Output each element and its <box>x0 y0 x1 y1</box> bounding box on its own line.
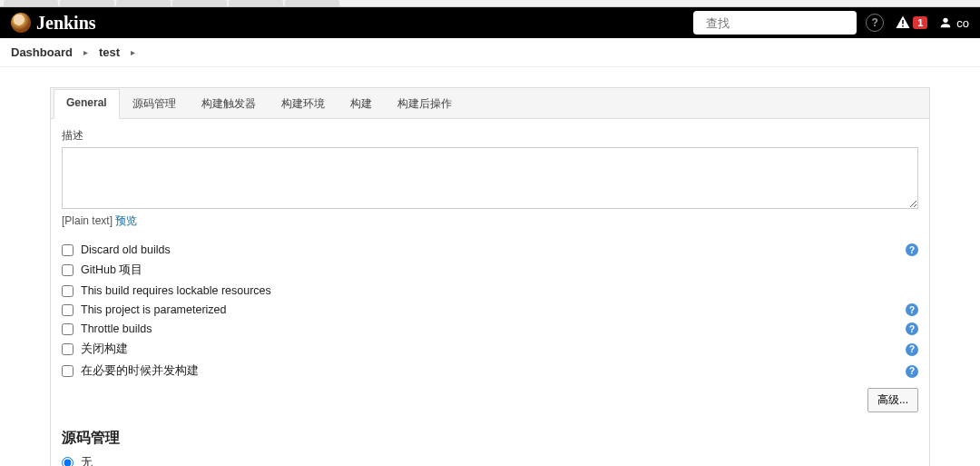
option-label[interactable]: GitHub 项目 <box>81 263 918 278</box>
option-label[interactable]: Discard old builds <box>81 243 906 256</box>
search-input[interactable] <box>706 16 858 30</box>
option-row: 无 <box>62 453 918 466</box>
user-icon <box>938 15 953 30</box>
description-textarea[interactable] <box>62 147 918 209</box>
tab-scm[interactable]: 源码管理 <box>120 89 189 119</box>
option-label[interactable]: 无 <box>81 455 918 466</box>
browser-tab-strip <box>0 0 980 7</box>
config-tabs: General 源码管理 构建触发器 构建环境 构建 构建后操作 <box>51 88 929 119</box>
option-checkbox[interactable] <box>62 323 74 335</box>
help-icon[interactable]: ? <box>866 14 884 32</box>
help-icon[interactable]: ? <box>906 303 918 316</box>
chevron-right-icon: ▸ <box>131 47 135 57</box>
svg-rect-3 <box>902 25 904 27</box>
tab-env[interactable]: 构建环境 <box>269 89 338 119</box>
search-box[interactable] <box>693 11 857 35</box>
option-row: 在必要的时候并发构建? <box>62 362 918 381</box>
option-label[interactable]: 关闭构建 <box>81 342 906 357</box>
jenkins-logo[interactable]: Jenkins <box>11 13 96 34</box>
breadcrumb-dashboard[interactable]: Dashboard <box>11 45 73 59</box>
tab-build[interactable]: 构建 <box>338 89 385 119</box>
option-label[interactable]: 在必要的时候并发构建 <box>81 363 906 379</box>
breadcrumb: Dashboard ▸ test ▸ <box>0 38 980 67</box>
tab-post[interactable]: 构建后操作 <box>385 89 465 119</box>
option-label[interactable]: Throttle builds <box>81 322 906 335</box>
option-label[interactable]: This build requires lockable resources <box>81 284 918 297</box>
advanced-button[interactable]: 高级... <box>867 388 918 412</box>
option-row: GitHub 项目 <box>62 261 918 280</box>
help-icon[interactable]: ? <box>906 243 918 256</box>
chevron-right-icon: ▸ <box>83 47 88 57</box>
user-menu[interactable]: co <box>938 15 969 30</box>
help-icon[interactable]: ? <box>906 365 918 378</box>
format-prefix: [Plain text] <box>62 214 115 227</box>
config-panel: General 源码管理 构建触发器 构建环境 构建 构建后操作 描述 [Pla… <box>50 87 930 466</box>
tab-triggers[interactable]: 构建触发器 <box>189 89 269 119</box>
option-checkbox[interactable] <box>62 343 74 355</box>
jenkins-logo-text: Jenkins <box>36 13 96 34</box>
help-icon[interactable]: ? <box>906 322 918 335</box>
scm-section-title: 源码管理 <box>62 429 918 448</box>
option-radio[interactable] <box>62 457 74 466</box>
breadcrumb-test[interactable]: test <box>99 45 120 59</box>
format-line: [Plain text] 预览 <box>62 213 918 229</box>
option-row: 关闭构建? <box>62 340 918 359</box>
help-icon[interactable]: ? <box>906 343 918 356</box>
main-content: General 源码管理 构建触发器 构建环境 构建 构建后操作 描述 [Pla… <box>0 87 980 466</box>
option-checkbox[interactable] <box>62 244 74 256</box>
alert-icon[interactable] <box>895 15 911 31</box>
option-checkbox[interactable] <box>62 285 74 297</box>
top-nav: Jenkins ? 1 co <box>0 7 980 38</box>
option-checkbox[interactable] <box>62 365 74 377</box>
option-checkbox[interactable] <box>62 304 74 316</box>
svg-point-4 <box>944 18 948 23</box>
tab-general[interactable]: General <box>54 89 120 119</box>
option-row: This build requires lockable resources <box>62 283 918 299</box>
preview-link[interactable]: 预览 <box>115 214 137 227</box>
option-row: Throttle builds? <box>62 321 918 337</box>
option-row: This project is parameterized? <box>62 302 918 318</box>
option-label[interactable]: This project is parameterized <box>81 303 906 316</box>
alert-count-badge[interactable]: 1 <box>913 16 927 29</box>
description-label: 描述 <box>62 128 918 144</box>
option-row: Discard old builds? <box>62 242 918 258</box>
user-label: co <box>956 16 969 30</box>
option-checkbox[interactable] <box>62 264 74 276</box>
svg-rect-2 <box>902 20 904 25</box>
jenkins-logo-icon <box>11 13 31 33</box>
